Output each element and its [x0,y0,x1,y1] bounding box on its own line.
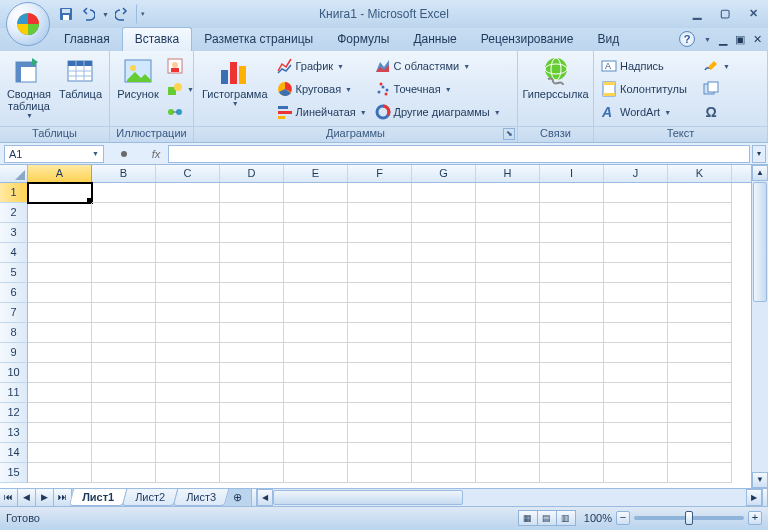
vertical-scrollbar[interactable]: ▲ ▼ [751,165,768,488]
cell-E8[interactable] [284,323,348,343]
undo-dropdown-icon[interactable]: ▼ [100,4,110,24]
cell-C5[interactable] [156,263,220,283]
col-header-J[interactable]: J [604,165,668,182]
tab-page-layout[interactable]: Разметка страницы [192,28,325,51]
office-button[interactable] [6,2,50,46]
cell-C10[interactable] [156,363,220,383]
save-icon[interactable] [56,4,76,24]
row-header-9[interactable]: 9 [0,343,28,363]
cell-A4[interactable] [28,243,92,263]
cell-K2[interactable] [668,203,732,223]
cell-G14[interactable] [412,443,476,463]
row-header-7[interactable]: 7 [0,303,28,323]
cell-E7[interactable] [284,303,348,323]
tab-data[interactable]: Данные [401,28,468,51]
hscroll-splitter[interactable] [762,489,768,506]
cell-H3[interactable] [476,223,540,243]
cell-D14[interactable] [220,443,284,463]
cell-I7[interactable] [540,303,604,323]
tab-review[interactable]: Рецензирование [469,28,586,51]
qat-customize-icon[interactable]: ▾ [136,4,148,24]
cell-J5[interactable] [604,263,668,283]
cell-E1[interactable] [284,183,348,203]
object-button[interactable] [700,78,726,100]
cell-J6[interactable] [604,283,668,303]
row-header-14[interactable]: 14 [0,443,28,463]
cell-E10[interactable] [284,363,348,383]
cell-I8[interactable] [540,323,604,343]
sheet-tab-2[interactable]: Лист2 [122,489,179,506]
cell-K7[interactable] [668,303,732,323]
cell-G6[interactable] [412,283,476,303]
cell-C13[interactable] [156,423,220,443]
row-header-10[interactable]: 10 [0,363,28,383]
cell-J12[interactable] [604,403,668,423]
undo-icon[interactable] [78,4,98,24]
row-header-2[interactable]: 2 [0,203,28,223]
cell-A14[interactable] [28,443,92,463]
hyperlink-button[interactable]: Гиперссылка [522,53,589,102]
cell-E15[interactable] [284,463,348,483]
doc-restore-button[interactable]: ▣ [735,33,745,46]
cell-D13[interactable] [220,423,284,443]
horizontal-scrollbar[interactable]: ◀ ▶ [257,489,762,506]
cell-G9[interactable] [412,343,476,363]
redo-icon[interactable] [112,4,132,24]
cell-G12[interactable] [412,403,476,423]
cell-C15[interactable] [156,463,220,483]
cell-D15[interactable] [220,463,284,483]
zoom-level[interactable]: 100% [584,512,612,524]
row-header-15[interactable]: 15 [0,463,28,483]
cell-D6[interactable] [220,283,284,303]
cell-F12[interactable] [348,403,412,423]
row-header-6[interactable]: 6 [0,283,28,303]
row-header-12[interactable]: 12 [0,403,28,423]
cell-J14[interactable] [604,443,668,463]
scroll-up-button[interactable]: ▲ [752,165,768,181]
cell-H5[interactable] [476,263,540,283]
vscroll-thumb[interactable] [753,182,767,302]
formula-expand-icon[interactable]: ▾ [752,145,766,163]
cell-J8[interactable] [604,323,668,343]
cell-E13[interactable] [284,423,348,443]
cell-E3[interactable] [284,223,348,243]
zoom-in-button[interactable]: + [748,511,762,525]
bar-chart-button[interactable]: Линейчатая▼ [274,101,370,123]
shapes-button[interactable]: ▼ [164,78,197,100]
name-box[interactable]: A1▼ [4,145,104,163]
close-button[interactable]: ✕ [744,4,762,22]
cell-D5[interactable] [220,263,284,283]
cell-G3[interactable] [412,223,476,243]
cell-I2[interactable] [540,203,604,223]
cell-K4[interactable] [668,243,732,263]
cell-B6[interactable] [92,283,156,303]
cell-F2[interactable] [348,203,412,223]
cell-B12[interactable] [92,403,156,423]
cell-I10[interactable] [540,363,604,383]
cell-J9[interactable] [604,343,668,363]
col-header-G[interactable]: G [412,165,476,182]
cell-C8[interactable] [156,323,220,343]
view-normal-button[interactable]: ▦ [518,510,538,526]
cell-B8[interactable] [92,323,156,343]
col-header-H[interactable]: H [476,165,540,182]
formula-input[interactable] [168,145,750,163]
other-charts-button[interactable]: Другие диаграммы▼ [372,101,512,123]
row-header-13[interactable]: 13 [0,423,28,443]
charts-dialog-launcher[interactable]: ⬊ [503,128,515,140]
sheet-nav-first[interactable]: ⏮ [0,489,18,506]
signature-button[interactable]: ▼ [700,55,726,77]
row-header-4[interactable]: 4 [0,243,28,263]
cell-G8[interactable] [412,323,476,343]
insert-sheet-button[interactable]: ⊕ [227,489,247,506]
help-icon[interactable]: ? [679,31,695,47]
cell-H4[interactable] [476,243,540,263]
table-button[interactable]: Таблица [56,53,105,102]
cell-D10[interactable] [220,363,284,383]
cell-A5[interactable] [28,263,92,283]
cell-I3[interactable] [540,223,604,243]
cell-H15[interactable] [476,463,540,483]
cell-D4[interactable] [220,243,284,263]
cell-H7[interactable] [476,303,540,323]
cell-A2[interactable] [28,203,92,223]
